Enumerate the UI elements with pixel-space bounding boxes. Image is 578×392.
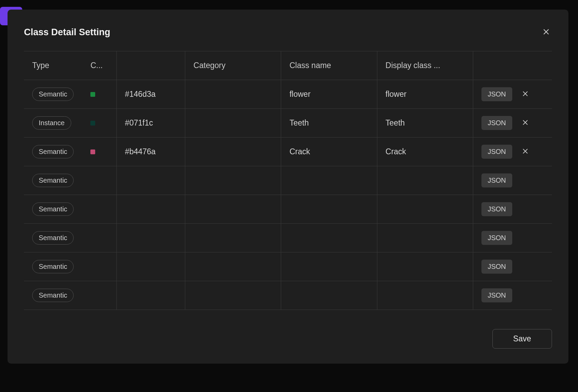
- json-button[interactable]: JSON: [481, 202, 512, 216]
- table-row: SemanticJSON: [24, 195, 552, 224]
- hex-cell[interactable]: [116, 195, 185, 224]
- class-detail-modal: Class Detail Setting Type C... Category …: [8, 10, 568, 364]
- hex-cell[interactable]: #071f1c: [116, 109, 185, 138]
- color-cell[interactable]: [82, 80, 116, 109]
- color-swatch: [90, 149, 95, 154]
- classname-cell[interactable]: flower: [281, 80, 377, 109]
- color-cell[interactable]: [82, 281, 116, 310]
- actions-cell: JSON: [473, 281, 552, 310]
- classname-cell[interactable]: Crack: [281, 138, 377, 166]
- display-cell[interactable]: [377, 224, 473, 252]
- hex-cell[interactable]: [116, 224, 185, 252]
- classname-cell[interactable]: [281, 281, 377, 310]
- close-button[interactable]: [540, 26, 552, 39]
- classname-cell[interactable]: [281, 195, 377, 224]
- close-icon: [542, 28, 550, 37]
- display-cell[interactable]: flower: [377, 80, 473, 109]
- modal-footer: Save: [24, 329, 552, 349]
- type-badge[interactable]: Semantic: [32, 231, 74, 245]
- table-row: Instance#071f1cTeethTeethJSON: [24, 109, 552, 138]
- close-icon: [522, 119, 529, 127]
- category-cell[interactable]: [185, 224, 281, 252]
- color-cell[interactable]: [82, 109, 116, 138]
- classname-cell[interactable]: [281, 252, 377, 281]
- actions-cell: JSON: [473, 195, 552, 224]
- col-display: Display class ...: [377, 51, 473, 80]
- modal-header: Class Detail Setting: [24, 26, 552, 39]
- json-button[interactable]: JSON: [481, 288, 512, 302]
- color-swatch: [90, 92, 95, 97]
- table-row: Semantic#146d3aflowerflowerJSON: [24, 80, 552, 109]
- table-row: SemanticJSON: [24, 166, 552, 195]
- hex-cell[interactable]: #146d3a: [116, 80, 185, 109]
- type-badge[interactable]: Semantic: [32, 260, 74, 273]
- actions-cell: JSON: [473, 224, 552, 252]
- json-button[interactable]: JSON: [481, 87, 512, 101]
- col-classname: Class name: [281, 51, 377, 80]
- category-cell[interactable]: [185, 195, 281, 224]
- display-cell[interactable]: [377, 166, 473, 195]
- hex-cell[interactable]: #b4476a: [116, 138, 185, 166]
- class-table: Type C... Category Class name Display cl…: [24, 51, 552, 310]
- type-badge[interactable]: Semantic: [32, 202, 74, 216]
- type-badge[interactable]: Instance: [32, 116, 71, 130]
- row-delete-button[interactable]: [522, 90, 529, 98]
- category-cell[interactable]: [185, 281, 281, 310]
- color-cell[interactable]: [82, 138, 116, 166]
- table-row: SemanticJSON: [24, 281, 552, 310]
- col-actions: [473, 51, 552, 80]
- save-button[interactable]: Save: [492, 329, 552, 349]
- json-button[interactable]: JSON: [481, 173, 512, 187]
- category-cell[interactable]: [185, 252, 281, 281]
- col-color: C...: [82, 51, 116, 80]
- display-cell[interactable]: Crack: [377, 138, 473, 166]
- classname-cell[interactable]: Teeth: [281, 109, 377, 138]
- col-type: Type: [24, 51, 82, 80]
- display-cell[interactable]: [377, 281, 473, 310]
- color-cell[interactable]: [82, 166, 116, 195]
- display-cell[interactable]: [377, 195, 473, 224]
- type-badge[interactable]: Semantic: [32, 174, 74, 187]
- json-button[interactable]: JSON: [481, 116, 512, 130]
- table-body: Semantic#146d3aflowerflowerJSONInstance#…: [24, 80, 552, 310]
- row-delete-button[interactable]: [522, 119, 529, 127]
- color-cell[interactable]: [82, 252, 116, 281]
- actions-cell: JSON: [473, 80, 552, 109]
- type-badge[interactable]: Semantic: [32, 88, 74, 101]
- modal-title: Class Detail Setting: [24, 27, 110, 38]
- hex-cell[interactable]: [116, 281, 185, 310]
- hex-cell[interactable]: [116, 252, 185, 281]
- display-cell[interactable]: [377, 252, 473, 281]
- category-cell[interactable]: [185, 109, 281, 138]
- color-cell[interactable]: [82, 224, 116, 252]
- color-swatch: [90, 121, 95, 126]
- col-category: Category: [185, 51, 281, 80]
- close-icon: [522, 148, 529, 156]
- col-hex: [116, 51, 185, 80]
- display-cell[interactable]: Teeth: [377, 109, 473, 138]
- table-row: Semantic#b4476aCrackCrackJSON: [24, 138, 552, 166]
- type-badge[interactable]: Semantic: [32, 289, 74, 302]
- table-header-row: Type C... Category Class name Display cl…: [24, 51, 552, 80]
- actions-cell: JSON: [473, 138, 552, 166]
- json-button[interactable]: JSON: [481, 231, 512, 245]
- json-button[interactable]: JSON: [481, 260, 512, 274]
- actions-cell: JSON: [473, 252, 552, 281]
- actions-cell: JSON: [473, 109, 552, 138]
- type-badge[interactable]: Semantic: [32, 145, 74, 158]
- row-delete-button[interactable]: [522, 148, 529, 156]
- classname-cell[interactable]: [281, 166, 377, 195]
- hex-cell[interactable]: [116, 166, 185, 195]
- color-cell[interactable]: [82, 195, 116, 224]
- close-icon: [522, 90, 529, 98]
- category-cell[interactable]: [185, 80, 281, 109]
- category-cell[interactable]: [185, 166, 281, 195]
- category-cell[interactable]: [185, 138, 281, 166]
- table-row: SemanticJSON: [24, 224, 552, 252]
- actions-cell: JSON: [473, 166, 552, 195]
- table-row: SemanticJSON: [24, 252, 552, 281]
- classname-cell[interactable]: [281, 224, 377, 252]
- json-button[interactable]: JSON: [481, 145, 512, 159]
